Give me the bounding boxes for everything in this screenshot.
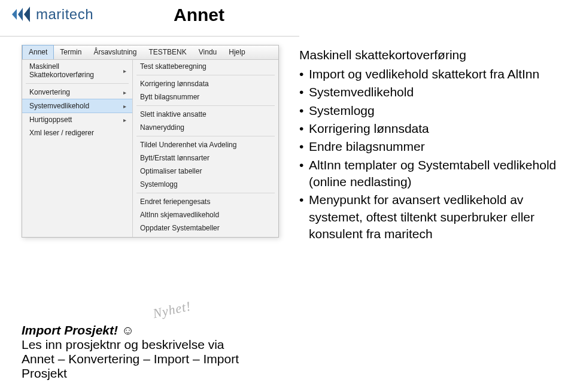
menubar-item-hjelp[interactable]: Hjelp bbox=[223, 45, 251, 59]
right-menu-item[interactable]: Bytt bilagsnummer bbox=[133, 90, 278, 104]
right-menu-item-label: Test skatteberegning bbox=[140, 62, 206, 71]
footer-line2: Annet – Konvertering – Import – Import P… bbox=[22, 352, 239, 380]
right-menu-item[interactable]: Optimaliser tabeller bbox=[133, 165, 278, 178]
content-bullet: Systemvedlikehold bbox=[299, 84, 557, 101]
left-menu-item[interactable]: Konvertering▸ bbox=[22, 86, 132, 99]
content-list: Import og vedlikehold skattekort fra Alt… bbox=[299, 66, 557, 242]
right-menu-separator bbox=[136, 75, 275, 75]
right-menu-item-label: Bytt bilagsnummer bbox=[140, 93, 199, 101]
chevron-right-icon: ▸ bbox=[123, 117, 126, 123]
chevron-right-icon: ▸ bbox=[123, 103, 126, 110]
footer-title: Import Prosjekt! bbox=[22, 323, 118, 337]
logo-icon bbox=[12, 7, 32, 22]
left-menu-item-label: Maskinell Skattekortoverføring bbox=[29, 62, 123, 79]
left-menu-item-label: Konvertering bbox=[29, 88, 70, 96]
menubar-item-årsavslutning[interactable]: Årsavslutning bbox=[87, 45, 142, 59]
left-menu-item[interactable]: Xml leser / redigerer bbox=[22, 126, 132, 139]
content-block: Maskinell skattekortoverføring Import og… bbox=[299, 48, 557, 244]
right-menu-item-label: Endret feriepengesats bbox=[140, 197, 210, 206]
page-title: Annet bbox=[174, 5, 224, 25]
right-menu-separator bbox=[136, 105, 275, 106]
right-menu-item[interactable]: Bytt/Erstatt lønnsarter bbox=[133, 151, 278, 165]
left-menu-item[interactable]: Hurtigoppsett▸ bbox=[22, 113, 132, 126]
right-menu-item-label: Slett inaktive ansatte bbox=[140, 110, 206, 118]
right-menu-item[interactable]: Slett inaktive ansatte bbox=[133, 108, 278, 121]
left-menu-separator bbox=[26, 83, 129, 84]
menubar-item-termin[interactable]: Termin bbox=[54, 45, 87, 59]
content-bullet: AltInn templater og Systemtabell vedlike… bbox=[299, 157, 557, 191]
content-heading: Maskinell skattekortoverføring bbox=[299, 48, 557, 62]
right-menu-item[interactable]: Systemlogg bbox=[133, 178, 278, 191]
right-menu-item[interactable]: Test skatteberegning bbox=[133, 60, 278, 73]
right-menu-item-label: Navnerydding bbox=[140, 123, 184, 132]
content-bullet: Menypunkt for avansert vedlikehold av sy… bbox=[299, 192, 557, 242]
right-menu-item-label: Bytt/Erstatt lønnsarter bbox=[140, 154, 209, 162]
left-menu-item[interactable]: Systemvedlikehold▸ bbox=[22, 99, 132, 113]
right-menu-item-label: Oppdater Systemtabeller bbox=[140, 224, 220, 232]
svg-marker-0 bbox=[12, 9, 17, 20]
right-menu-separator bbox=[136, 136, 275, 136]
brand-name: maritech bbox=[36, 6, 93, 23]
right-menu-item[interactable]: Tildel Underenhet via Avdeling bbox=[133, 138, 278, 151]
menu-column-left: Maskinell Skattekortoverføring▸Konverter… bbox=[22, 60, 133, 237]
menubar: AnnetTerminÅrsavslutningTESTBENKVinduHje… bbox=[22, 45, 278, 60]
smiley-icon: ☺ bbox=[122, 323, 134, 337]
right-menu-item-label: Korrigering lønnsdata bbox=[140, 80, 209, 88]
chevron-right-icon: ▸ bbox=[123, 68, 126, 74]
right-menu-item-label: Tildel Underenhet via Avdeling bbox=[140, 141, 236, 149]
right-menu-separator bbox=[136, 193, 275, 193]
right-menu-item[interactable]: Korrigering lønnsdata bbox=[133, 77, 278, 90]
footer-note: Import Prosjekt! ☺ Les inn prosjektnr og… bbox=[22, 323, 261, 381]
left-menu-item-label: Hurtigoppsett bbox=[29, 116, 72, 124]
menubar-item-annet[interactable]: Annet bbox=[22, 45, 54, 59]
right-menu-item[interactable]: Oppdater Systemtabeller bbox=[133, 221, 278, 235]
dropdown-body: Maskinell Skattekortoverføring▸Konverter… bbox=[22, 60, 278, 237]
left-menu-item-label: Xml leser / redigerer bbox=[29, 129, 94, 137]
content-bullet: Systemlogg bbox=[299, 102, 557, 119]
menubar-item-vindu[interactable]: Vindu bbox=[193, 45, 223, 59]
right-menu-item[interactable]: Navnerydding bbox=[133, 121, 278, 134]
app-menu-window: AnnetTerminÅrsavslutningTESTBENKVinduHje… bbox=[22, 45, 279, 238]
chevron-right-icon: ▸ bbox=[123, 89, 126, 96]
content-bullet: Korrigering lønnsdata bbox=[299, 120, 557, 137]
right-menu-item[interactable]: AltInn skjemavedlikehold bbox=[133, 208, 278, 221]
menubar-item-testbenk[interactable]: TESTBENK bbox=[142, 45, 192, 59]
right-menu-item-label: AltInn skjemavedlikehold bbox=[140, 211, 219, 219]
right-menu-item-label: Optimaliser tabeller bbox=[140, 167, 202, 175]
left-menu-item-label: Systemvedlikehold bbox=[29, 102, 89, 110]
left-menu-item[interactable]: Maskinell Skattekortoverføring▸ bbox=[22, 60, 132, 81]
content-bullet: Endre bilagsnummer bbox=[299, 138, 557, 155]
brand-logo: maritech bbox=[12, 6, 93, 23]
svg-marker-2 bbox=[24, 7, 30, 22]
menu-column-right: Test skatteberegningKorrigering lønnsdat… bbox=[133, 60, 278, 237]
footer-line1: Les inn prosjektnr og beskrivelse via bbox=[22, 338, 224, 351]
content-bullet: Import og vedlikehold skattekort fra Alt… bbox=[299, 66, 557, 83]
right-menu-item[interactable]: Endret feriepengesats bbox=[133, 195, 278, 208]
nyhet-stamp: Nyhet! bbox=[151, 299, 193, 322]
divider bbox=[0, 36, 299, 37]
right-menu-item-label: Systemlogg bbox=[140, 180, 178, 189]
svg-marker-1 bbox=[18, 8, 23, 21]
